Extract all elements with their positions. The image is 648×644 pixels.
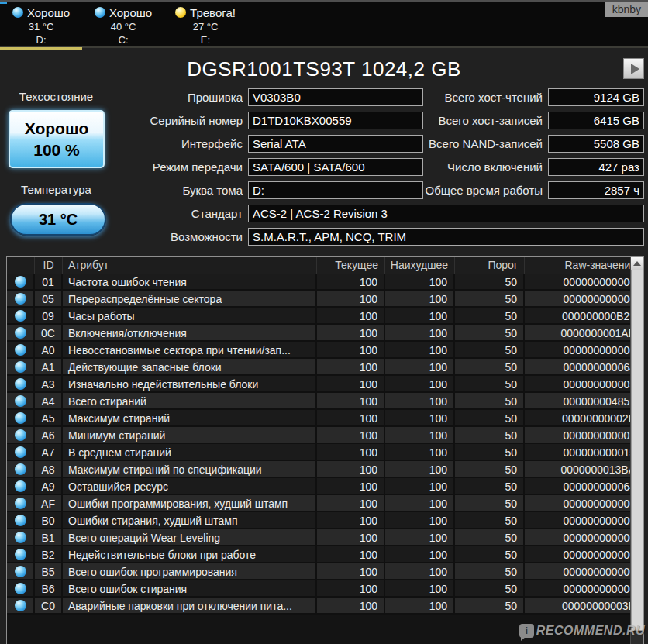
cell-current: 100 <box>317 376 385 391</box>
cell-worst: 100 <box>385 461 455 477</box>
cell-current: 100 <box>317 410 385 425</box>
cell-status <box>7 495 35 511</box>
table-row[interactable]: A6Минимум стираний10010050000000000002 <box>7 427 643 444</box>
cell-attribute: Недействительные блоки при работе <box>63 546 317 562</box>
cell-current: 100 <box>317 546 385 562</box>
table-row[interactable]: A1Действующие запасные блоки100100500000… <box>7 359 643 376</box>
table-row[interactable]: 0CВключения/отключения100100500000000001… <box>7 325 643 342</box>
cell-current: 100 <box>317 325 385 340</box>
nand-writes-field[interactable]: 5508 GB <box>548 135 644 153</box>
cell-raw-value: 000000000000 <box>525 495 643 511</box>
standard-field[interactable]: ACS-2 | ACS-2 Revision 3 <box>248 205 644 222</box>
cell-current: 100 <box>317 580 385 596</box>
drive-letter-field[interactable]: D: <box>248 181 423 199</box>
cell-current: 100 <box>317 461 385 477</box>
status-good-orb-icon <box>15 395 26 407</box>
cell-attribute: Максимум стираний по спецификации <box>63 461 317 477</box>
interface-field[interactable]: Serial ATA <box>248 135 423 153</box>
drive-letter-label: D: <box>0 34 82 48</box>
serial-number-field[interactable]: D1TD10KBX00559 <box>248 112 423 129</box>
table-row[interactable]: A0Невосстановимые сектора при чтении/зап… <box>7 342 643 359</box>
cell-current: 100 <box>317 512 385 528</box>
table-body: 01Частота ошибок чтения10010050000000000… <box>7 274 643 615</box>
cell-status <box>7 563 35 579</box>
health-percent-text: 100 % <box>33 139 80 161</box>
cell-id: A1 <box>35 359 63 374</box>
cell-raw-value: 0000000013BA <box>525 461 643 477</box>
table-row[interactable]: 09Часы работы10010050000000000B29 <box>7 308 643 325</box>
drive-tab-d[interactable]: Хорошо 31 °C D: <box>0 2 82 48</box>
table-row[interactable]: 05Перераспределённые сектора100100500000… <box>7 291 643 308</box>
status-good-orb-icon <box>15 600 26 611</box>
header-attribute: Атрибут <box>63 257 317 274</box>
table-row[interactable]: A4Всего стираний10010050000000004851 <box>7 393 643 410</box>
temperature-indicator[interactable]: 31 °C <box>10 203 106 236</box>
cell-id: B1 <box>35 529 63 545</box>
cell-worst: 100 <box>385 427 455 443</box>
cell-worst: 100 <box>385 598 455 613</box>
cell-raw-value: 00000000002E <box>525 410 643 425</box>
drive-model-title: DGSR1001TS93T 1024,2 GB <box>0 57 648 81</box>
features-field[interactable]: S.M.A.R.T., APM, NCQ, TRIM <box>248 228 644 246</box>
table-row[interactable]: B1Всего операций Wear Leveling1001005000… <box>7 529 643 546</box>
status-good-orb-icon <box>15 327 26 339</box>
cell-id: A9 <box>35 478 63 494</box>
cell-worst: 100 <box>385 478 455 494</box>
table-row[interactable]: B5Всего ошибок программирования100100500… <box>7 563 643 580</box>
transfer-mode-field[interactable]: SATA/600 | SATA/600 <box>248 158 423 176</box>
table-scrollbar[interactable] <box>630 257 643 644</box>
table-header-row: ID Атрибут Текущее Наихудшее Порог Raw-з… <box>7 257 643 274</box>
cell-threshold: 50 <box>455 512 525 528</box>
cell-attribute: Оставшийся ресурс <box>63 478 317 494</box>
scrollbar-thumb[interactable] <box>631 270 644 631</box>
table-row[interactable]: B6Всего ошибок стирания10010050000000000… <box>7 580 643 598</box>
power-on-hours-field[interactable]: 2857 ч <box>548 181 644 199</box>
cell-threshold: 50 <box>455 444 525 460</box>
cell-status <box>7 461 35 477</box>
next-drive-button[interactable] <box>623 58 644 79</box>
host-reads-field[interactable]: 9124 GB <box>548 88 644 106</box>
status-good-orb-icon <box>15 446 26 458</box>
cell-threshold: 50 <box>455 598 525 613</box>
cell-id: A0 <box>35 342 63 357</box>
table-row[interactable]: B0Ошибки стирания, худший штамп100100500… <box>7 512 643 529</box>
cell-raw-value: 000000000064 <box>525 478 643 494</box>
table-row[interactable]: AFОшибки программирования, худший штамп1… <box>7 495 643 512</box>
cell-threshold: 50 <box>455 461 525 477</box>
drive-tab-e[interactable]: Тревога! 27 °C E: <box>164 2 246 48</box>
cell-threshold: 50 <box>455 393 525 408</box>
health-section-label: Техсостояние <box>0 90 112 103</box>
table-row[interactable]: B2Недействительные блоки при работе10010… <box>7 546 643 563</box>
status-good-orb-icon <box>15 566 26 577</box>
status-good-orb-icon <box>15 463 26 475</box>
scrollbar-up-button[interactable] <box>631 257 643 270</box>
host-writes-field[interactable]: 6415 GB <box>548 112 644 129</box>
table-row[interactable]: A5Максимум стираний1001005000000000002E <box>7 410 643 427</box>
field-label: Всего хост-чтений <box>445 88 548 106</box>
field-label: Всего хост-записей <box>439 112 548 129</box>
table-row[interactable]: A9Оставшийся ресурс10010050000000000064 <box>7 478 643 495</box>
main-panel: DGSR1001TS93T 1024,2 GB Техсостояние Хор… <box>0 50 648 644</box>
power-on-count-field[interactable]: 427 раз <box>548 158 644 176</box>
cell-id: B2 <box>35 546 63 562</box>
firmware-field[interactable]: V0303B0 <box>248 88 423 106</box>
cell-id: B6 <box>35 580 63 596</box>
table-row[interactable]: 01Частота ошибок чтения10010050000000000… <box>7 274 643 291</box>
table-row[interactable]: A3Изначально недействительные блоки10010… <box>7 376 643 393</box>
cell-worst: 100 <box>385 376 455 391</box>
cell-id: A7 <box>35 444 63 460</box>
table-row[interactable]: A7В среднем стираний10010050000000000015 <box>7 444 643 461</box>
header-id: ID <box>35 257 63 274</box>
table-row[interactable]: C0Аварийные парковки при отключении пита… <box>7 598 643 615</box>
cell-id: B5 <box>35 563 63 579</box>
table-row[interactable]: A8Максимум стираний по спецификации10010… <box>7 461 643 478</box>
cell-worst: 100 <box>385 342 455 357</box>
cell-id: 0C <box>35 325 63 340</box>
drive-tab-c[interactable]: Хорошо 40 °C C: <box>82 2 164 48</box>
cell-threshold: 50 <box>455 495 525 511</box>
cell-status <box>7 410 35 425</box>
cell-attribute: Всего ошибок стирания <box>63 580 317 596</box>
smart-attribute-table: ID Атрибут Текущее Наихудшее Порог Raw-з… <box>6 256 644 644</box>
header-raw-values: Raw-значения <box>525 257 643 274</box>
health-status-button[interactable]: Хорошо 100 % <box>9 110 105 168</box>
